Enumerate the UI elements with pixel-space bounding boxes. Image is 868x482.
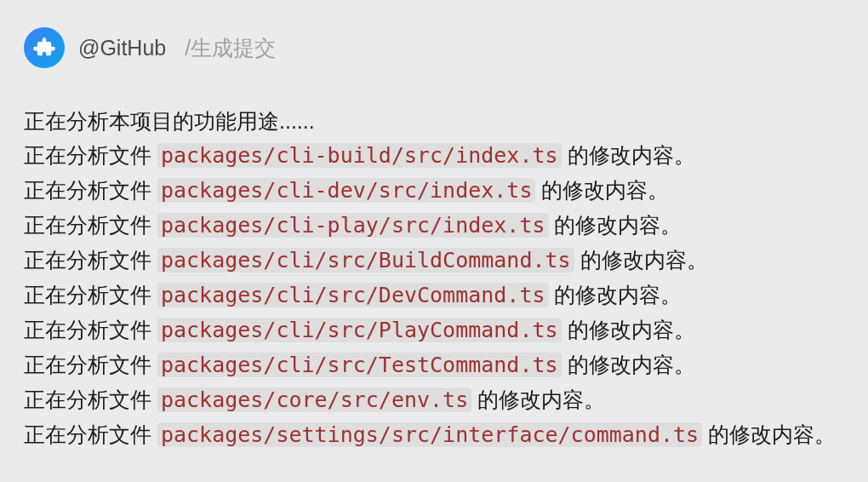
- log-suffix: 的修改内容。: [477, 387, 605, 411]
- log-prefix: 正在分析文件: [24, 353, 151, 376]
- file-path: packages/cli-play/src/index.ts: [157, 213, 549, 238]
- log-suffix: 的修改内容。: [541, 178, 669, 202]
- log-line: 正在分析文件 packages/cli/src/PlayCommand.ts 的…: [24, 313, 844, 347]
- user-handle[interactable]: @GitHub: [78, 36, 166, 60]
- log-lines: 正在分析文件 packages/cli-build/src/index.ts 的…: [24, 138, 844, 452]
- log-prefix: 正在分析文件: [24, 318, 151, 341]
- log-line: 正在分析文件 packages/core/src/env.ts 的修改内容。: [24, 382, 844, 417]
- log-line: 正在分析文件 packages/cli-play/src/index.ts 的修…: [24, 208, 844, 243]
- log-prefix: 正在分析文件: [24, 283, 151, 307]
- log-line: 正在分析文件 packages/cli-dev/src/index.ts 的修改…: [24, 173, 844, 208]
- log-suffix: 的修改内容。: [568, 318, 695, 341]
- log-prefix: 正在分析文件: [24, 387, 151, 411]
- log-line: 正在分析文件 packages/cli-build/src/index.ts 的…: [24, 138, 844, 173]
- file-path: packages/cli/src/BuildCommand.ts: [157, 248, 574, 273]
- log-line: 正在分析文件 packages/cli/src/BuildCommand.ts …: [24, 243, 844, 278]
- log-intro: 正在分析本项目的功能用途......: [24, 104, 844, 138]
- log-suffix: 的修改内容。: [708, 422, 836, 446]
- log-line: 正在分析文件 packages/settings/src/interface/c…: [24, 417, 844, 452]
- avatar: [24, 27, 65, 68]
- file-path: packages/cli-build/src/index.ts: [157, 143, 562, 168]
- log-suffix: 的修改内容。: [568, 353, 695, 376]
- file-path: packages/cli/src/DevCommand.ts: [157, 283, 549, 307]
- file-path: packages/core/src/env.ts: [157, 387, 471, 412]
- file-path: packages/settings/src/interface/command.…: [157, 422, 702, 447]
- slash-command: /生成提交: [185, 34, 276, 62]
- log-suffix: 的修改内容。: [554, 283, 682, 307]
- log-suffix: 的修改内容。: [568, 143, 695, 167]
- log-prefix: 正在分析文件: [24, 213, 151, 237]
- log-prefix: 正在分析文件: [24, 143, 151, 167]
- log-line: 正在分析文件 packages/cli/src/TestCommand.ts 的…: [24, 347, 844, 382]
- log-prefix: 正在分析文件: [24, 178, 151, 202]
- file-path: packages/cli/src/TestCommand.ts: [157, 353, 562, 377]
- log-suffix: 的修改内容。: [554, 213, 682, 237]
- message-header: @GitHub /生成提交: [24, 27, 844, 68]
- log-output: 正在分析本项目的功能用途...... 正在分析文件 packages/cli-b…: [24, 104, 844, 452]
- file-path: packages/cli/src/PlayCommand.ts: [157, 318, 562, 342]
- log-prefix: 正在分析文件: [24, 248, 151, 272]
- file-path: packages/cli-dev/src/index.ts: [157, 178, 536, 203]
- plugin-icon: [32, 36, 56, 60]
- log-suffix: 的修改内容。: [580, 248, 708, 272]
- log-prefix: 正在分析文件: [24, 422, 151, 446]
- log-line: 正在分析文件 packages/cli/src/DevCommand.ts 的修…: [24, 278, 844, 313]
